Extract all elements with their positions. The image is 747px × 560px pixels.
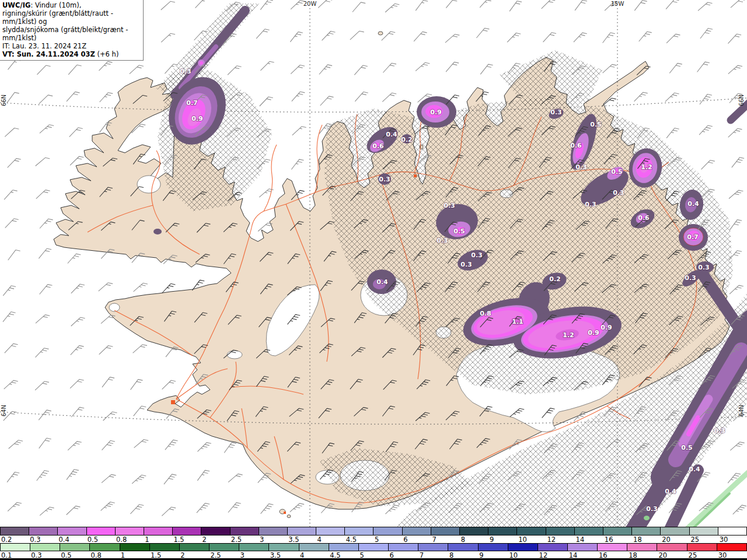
legend-tick-label: 10 xyxy=(509,551,518,559)
vestmannaeyjar-dot xyxy=(284,512,286,514)
legend-segment xyxy=(403,527,431,535)
init-time: IT: Lau. 23. 11. 2024 21Z xyxy=(2,42,140,50)
precip-value-label: 0.3 xyxy=(585,201,596,208)
precip-value-label: 0.6 xyxy=(372,142,384,150)
product-id: UWC/IG xyxy=(2,1,30,9)
legend-segment xyxy=(632,527,661,535)
legend-tick-label: 2 xyxy=(203,536,207,544)
legend-segment xyxy=(144,527,173,535)
legend-tick-label: 14 xyxy=(576,536,585,544)
precip-value-label: 0.6 xyxy=(638,214,650,222)
legend-tick-label: 12 xyxy=(547,536,556,544)
legend-tick-label: 30 xyxy=(720,536,728,544)
legend-segment xyxy=(299,544,329,551)
precip-value-label: 0.4 xyxy=(665,488,676,495)
graticule-label: 66N xyxy=(738,94,745,106)
legend-tick-label: 1.5 xyxy=(173,536,184,544)
legend-segment xyxy=(546,527,575,535)
precip-value-label: 0.7 xyxy=(186,99,198,107)
precip-value-label: 0.3 xyxy=(437,237,448,244)
legend-segment xyxy=(657,544,687,551)
precip-value-label: 0.9 xyxy=(191,115,203,123)
legend-tick-label: 25 xyxy=(691,536,700,544)
legend-tick-label: 2 xyxy=(180,551,184,559)
legend-tick-label: 0.5 xyxy=(88,536,98,544)
precip-value-label: 0.3 xyxy=(460,261,472,268)
precip-value-label: 0.3 xyxy=(379,176,390,183)
legend-segment xyxy=(627,544,657,551)
precip-value-label: 1.2 xyxy=(563,331,574,339)
rain-color-scale xyxy=(0,543,747,551)
legend-segment xyxy=(687,544,717,551)
legend-segment xyxy=(90,544,120,551)
legend-tick-label: 18 xyxy=(633,536,642,544)
legend-tick-label: 3 xyxy=(260,536,264,544)
legend-segment xyxy=(598,544,627,551)
precip-value-label: 0.3 xyxy=(698,264,710,271)
lake-thingvallavatn xyxy=(227,351,242,359)
precip-value-label: 0.5 xyxy=(681,444,693,452)
precip-value-label: 0.5 xyxy=(590,121,602,128)
legend-tick-label: 20 xyxy=(662,536,671,544)
precip-value-label: 0.4 xyxy=(687,200,699,208)
legend-tick-label: 0.8 xyxy=(116,536,127,544)
glacier-drangajokull xyxy=(137,176,160,193)
legend-segment xyxy=(1,544,30,551)
legend-tick-label: 0.8 xyxy=(91,551,102,559)
legend-segment xyxy=(389,544,418,551)
legend-tick-label: 3.5 xyxy=(288,536,299,544)
legend-tick-label: 4.5 xyxy=(330,551,340,559)
valid-time: VT: Sun. 24.11.2024 03Z (+6 h) xyxy=(2,50,140,58)
precip-value-label: 0.7 xyxy=(687,233,699,241)
legend-tick-label: 3.5 xyxy=(270,551,281,559)
legend-segment xyxy=(180,544,210,551)
glacier-snaefellsjokull xyxy=(109,303,120,312)
precip-value-label: 0.3 xyxy=(471,251,483,259)
title-line-2: rigning/skúrir (grænt/blátt/rautt - mm/1… xyxy=(2,9,140,26)
title-line-3: slydda/snjókoma (grátt/bleikt/grænt - mm… xyxy=(2,26,140,42)
legend-segment xyxy=(30,544,60,551)
precip-value-label: 1.1 xyxy=(512,318,523,326)
legend-segment xyxy=(418,544,448,551)
legend-segment xyxy=(58,527,86,535)
legend-segment xyxy=(87,527,116,535)
legend-segment xyxy=(718,527,746,535)
legend-tick-label: 4.5 xyxy=(346,536,357,544)
legend-tick-label: 4 xyxy=(317,536,322,544)
legend-tick-label: 0.2 xyxy=(1,536,12,544)
graticule-label: 64N xyxy=(1,405,7,416)
sleet-scale-labels: 0.20.30.40.50.811.522.533.544.5567891012… xyxy=(0,536,747,543)
precip-value-label: 0.5 xyxy=(453,228,465,235)
legend-tick-label: 8 xyxy=(461,536,465,544)
legend-tick-label: 30 xyxy=(718,551,727,559)
legend-segment xyxy=(150,544,180,551)
legend-segment xyxy=(120,544,150,551)
graticule-label: 20W xyxy=(303,1,317,7)
legend-tick-label: 7 xyxy=(420,551,424,559)
legend-tick-label: 2.5 xyxy=(210,551,221,559)
legend-segment xyxy=(210,544,239,551)
legend-segment xyxy=(316,527,345,535)
legend-tick-label: 20 xyxy=(658,551,667,559)
legend-tick-label: 5 xyxy=(359,551,364,559)
legend-segment xyxy=(448,544,478,551)
legend-segment xyxy=(661,527,689,535)
legend-segment xyxy=(568,544,598,551)
legend-tick-label: 9 xyxy=(479,551,483,559)
legend-tick-label: 14 xyxy=(569,551,578,559)
legend-segment xyxy=(60,544,90,551)
legend-tick-label: 25 xyxy=(689,551,697,559)
legend-tick-label: 18 xyxy=(629,551,637,559)
precip-value-label: 0.3 xyxy=(444,202,455,209)
precip-value-label: 0.3 xyxy=(646,505,658,513)
graticule-label: 15W xyxy=(611,1,624,7)
legend-tick-label: 10 xyxy=(518,536,527,544)
legend-segment xyxy=(508,544,538,551)
precip-value-label: 0.9 xyxy=(430,108,442,116)
precip-value-label: 0.3 xyxy=(685,274,696,282)
legend-segment xyxy=(717,544,746,551)
legend-segment xyxy=(374,527,402,535)
precip-value-label: 0.3 xyxy=(180,68,191,75)
precip-value-label: 0.3 xyxy=(550,108,562,116)
legend-tick-label: 8 xyxy=(449,551,453,559)
